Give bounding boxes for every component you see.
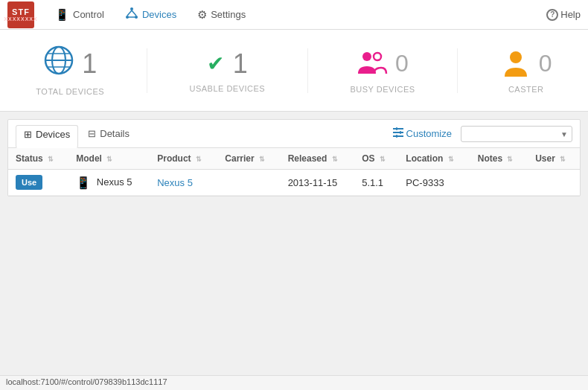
nav-control[interactable]: 📱 Control (46, 4, 113, 26)
svg-line-3 (127, 10, 132, 16)
devices-grid-icon: ⊞ (24, 129, 32, 140)
col-carrier[interactable]: Carrier ⇅ (217, 148, 280, 170)
caster-label: CASTER (508, 85, 544, 94)
main-content: ⊞ Devices ⊟ Details (0, 112, 588, 390)
nav-items: 📱 Control Devices ⚙ Settings (46, 2, 546, 27)
nav-control-label: Control (73, 9, 104, 20)
details-grid-icon: ⊟ (88, 128, 96, 139)
svg-rect-19 (396, 135, 397, 138)
cell-notes (470, 170, 528, 196)
sort-location-icon: ⇅ (448, 156, 454, 163)
status-url: localhost:7100/#/control/079839b113dc111… (6, 377, 167, 386)
cell-os: 5.1.1 (354, 170, 398, 196)
customize-label: Customize (406, 128, 452, 139)
sort-released-icon: ⇅ (332, 156, 338, 163)
model-value: Nexus 5 (97, 176, 132, 187)
nav-settings-label: Settings (211, 9, 246, 20)
released-value: 2013-11-15 (288, 177, 338, 188)
os-value: 5.1.1 (362, 177, 383, 188)
col-product[interactable]: Product ⇅ (150, 148, 217, 170)
phone-icon: 📱 (76, 176, 91, 189)
sort-os-icon: ⇅ (380, 156, 386, 163)
sort-carrier-icon: ⇅ (259, 156, 265, 163)
total-devices-count: 1 (82, 48, 97, 80)
cell-carrier (217, 170, 280, 196)
tab-details[interactable]: ⊟ Details (80, 124, 138, 143)
usable-devices-label: USABLE DEVICES (189, 84, 265, 93)
stat-divider-2 (307, 48, 308, 93)
busy-devices-label: BUSY DEVICES (350, 85, 415, 94)
col-released-label: Released (288, 153, 327, 164)
svg-rect-16 (393, 135, 403, 137)
table-header-row: Status ⇅ Model ⇅ Product ⇅ Carrier ⇅ (8, 148, 580, 170)
sort-notes-icon: ⇅ (507, 156, 513, 163)
svg-point-13 (510, 51, 522, 63)
col-user-label: User (535, 153, 555, 164)
tab-devices[interactable]: ⊞ Devices (16, 125, 78, 148)
col-model-label: Model (76, 153, 102, 164)
customize-icon (393, 127, 403, 140)
stat-usable-devices: ✔ 1 USABLE DEVICES (189, 48, 265, 93)
stat-busy-devices: 0 BUSY DEVICES (350, 47, 415, 94)
customize-button[interactable]: Customize (393, 127, 452, 140)
col-os-label: OS (362, 153, 374, 164)
col-model[interactable]: Model ⇅ (68, 148, 150, 170)
col-os[interactable]: OS ⇅ (354, 148, 398, 170)
sort-model-icon: ⇅ (106, 156, 112, 163)
cell-product: Nexus 5 (150, 170, 217, 196)
sort-status-icon: ⇅ (48, 156, 54, 163)
table-row: Use 📱 Nexus 5 Nexus 5 2013-11-15 (8, 170, 580, 196)
logo-bottom: XXXXXXXX (4, 16, 37, 22)
cell-location: PC-9333 (398, 170, 470, 196)
check-icon: ✔ (207, 51, 224, 76)
stat-divider-1 (147, 48, 147, 93)
cell-model: 📱 Nexus 5 (68, 170, 150, 196)
svg-point-11 (362, 52, 371, 61)
stat-total-devices: 1 TOTAL DEVICES (36, 45, 104, 96)
devices-table: Status ⇅ Model ⇅ Product ⇅ Carrier ⇅ (8, 148, 580, 196)
busy-devices-count: 0 (395, 50, 409, 77)
globe-icon (43, 45, 74, 83)
svg-rect-15 (393, 132, 403, 133)
tab-details-label: Details (100, 128, 130, 139)
filter-select[interactable] (461, 126, 572, 142)
busy-icon (357, 47, 388, 80)
col-carrier-label: Carrier (225, 153, 254, 164)
nav-settings[interactable]: ⚙ Settings (188, 4, 255, 26)
svg-line-4 (132, 10, 136, 16)
col-released[interactable]: Released ⇅ (281, 148, 355, 170)
sort-product-icon: ⇅ (196, 156, 202, 163)
product-link[interactable]: Nexus 5 (157, 177, 193, 188)
devices-panel: ⊞ Devices ⊟ Details (7, 119, 581, 196)
use-button[interactable]: Use (16, 175, 42, 190)
control-icon: 📱 (55, 8, 69, 22)
total-devices-label: TOTAL DEVICES (36, 87, 104, 96)
svg-rect-14 (393, 128, 403, 130)
caster-count: 0 (539, 50, 552, 77)
cell-released: 2013-11-15 (281, 170, 355, 196)
help-link[interactable]: ? Help (546, 9, 581, 21)
cell-status: Use (8, 170, 68, 196)
devices-icon (125, 7, 138, 22)
tab-bar: ⊞ Devices ⊟ Details (8, 120, 580, 148)
svg-rect-17 (396, 127, 397, 130)
stat-caster: 0 CASTER (500, 47, 552, 94)
col-location[interactable]: Location ⇅ (398, 148, 470, 170)
top-navigation: STF XXXXXXXX 📱 Control Devices ⚙ (0, 0, 588, 30)
sort-user-icon: ⇅ (560, 156, 566, 163)
col-status-label: Status (16, 153, 43, 164)
caster-icon (500, 47, 531, 80)
stats-bar: 1 TOTAL DEVICES ✔ 1 USABLE DEVICES 0 (0, 30, 588, 112)
help-icon: ? (546, 9, 558, 21)
col-status[interactable]: Status ⇅ (8, 148, 68, 170)
location-value: PC-9333 (406, 177, 444, 188)
col-user[interactable]: User ⇅ (528, 148, 580, 170)
col-location-label: Location (406, 153, 443, 164)
cell-user (528, 170, 580, 196)
stat-divider-3 (457, 48, 458, 93)
svg-point-0 (130, 7, 133, 10)
nav-devices-label: Devices (142, 9, 176, 20)
svg-rect-18 (400, 131, 401, 134)
col-notes[interactable]: Notes ⇅ (470, 148, 528, 170)
nav-devices[interactable]: Devices (116, 2, 185, 27)
